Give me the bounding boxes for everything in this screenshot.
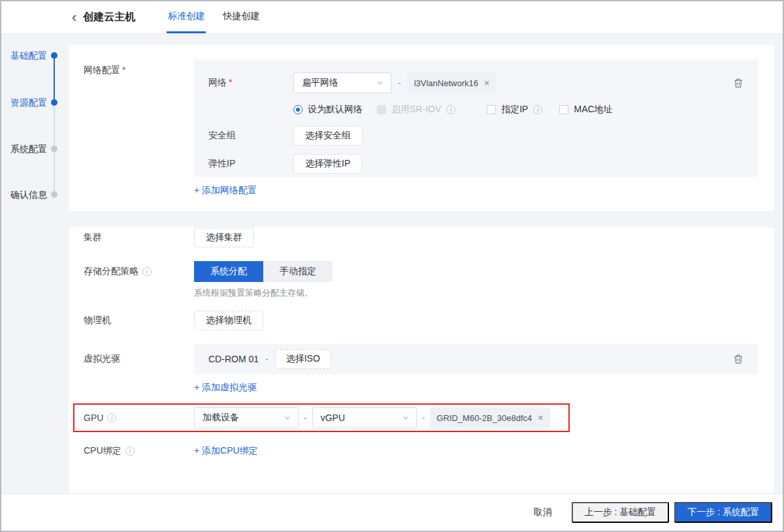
footer-bar: 取消 上一步 : 基础配置 下一步 : 系统配置 bbox=[1, 493, 783, 531]
default-network-label: 设为默认网络 bbox=[308, 104, 363, 116]
host-label-text: 物理机 bbox=[84, 315, 111, 326]
sriov-label: 启用SR-IOV bbox=[391, 104, 441, 116]
cpu-pin-row: CPU绑定 i + 添加CPU绑定 bbox=[69, 445, 774, 458]
cpu-pin-label-text: CPU绑定 bbox=[84, 445, 122, 457]
default-network-radio[interactable] bbox=[293, 105, 302, 114]
cpu-pin-label: CPU绑定 i bbox=[69, 445, 194, 457]
select-iso-button[interactable]: 选择ISO bbox=[275, 349, 331, 369]
network-type-select[interactable]: 扁平网络 bbox=[293, 72, 391, 93]
dash-separator: - bbox=[422, 413, 425, 423]
tab-standard-create[interactable]: 标准创建 bbox=[167, 1, 206, 33]
next-step-button[interactable]: 下一步 : 系统配置 bbox=[674, 502, 772, 523]
storage-policy-label-text: 存储分配策略 bbox=[84, 266, 139, 277]
network-label-text: 网络 bbox=[208, 77, 227, 87]
gpu-label: GPU i bbox=[74, 413, 194, 423]
mac-option: MAC地址 bbox=[559, 104, 612, 116]
gpu-type-value: vGPU bbox=[321, 413, 345, 423]
info-icon[interactable]: i bbox=[107, 413, 116, 422]
stepper-line-done bbox=[54, 59, 55, 99]
select-eip-button[interactable]: 选择弹性IP bbox=[293, 154, 362, 174]
select-security-group-button[interactable]: 选择安全组 bbox=[293, 126, 363, 146]
dash-separator: - bbox=[265, 354, 269, 364]
security-group-label: 安全组 bbox=[208, 130, 293, 142]
storage-policy-row: 存储分配策略 i 系统分配 手动指定 bbox=[69, 261, 774, 282]
prev-step-button[interactable]: 上一步 : 基础配置 bbox=[572, 502, 670, 523]
specify-ip-label: 指定IP bbox=[501, 104, 528, 116]
storage-auto-option[interactable]: 系统分配 bbox=[194, 261, 263, 282]
storage-policy-hint-row: 系统根据预置策略分配主存储。 bbox=[69, 287, 774, 299]
step-confirm-info[interactable]: 确认信息 bbox=[10, 188, 47, 201]
network-config-card: 网络配置* 网络* 扁平网络 - bbox=[69, 45, 774, 211]
step-resource-config[interactable]: 资源配置 bbox=[10, 96, 47, 109]
info-icon[interactable]: i bbox=[446, 105, 455, 114]
network-label: 网络* bbox=[208, 77, 293, 89]
storage-policy-label: 存储分配策略 i bbox=[69, 266, 194, 277]
dash-separator: - bbox=[304, 413, 307, 423]
network-tag: l3VlanNetwork16 × bbox=[408, 72, 496, 93]
cancel-button[interactable]: 取消 bbox=[534, 507, 552, 518]
network-options-row: 设为默认网络 启用SR-IOV i 指定IP i bbox=[293, 104, 743, 116]
trash-icon bbox=[733, 354, 743, 364]
gpu-mode-select[interactable]: 加载设备 bbox=[194, 407, 299, 428]
storage-manual-option[interactable]: 手动指定 bbox=[263, 261, 333, 282]
network-config-panel: 网络* 扁平网络 - l3VlanNetwork16 × bbox=[194, 59, 758, 177]
host-label: 物理机 bbox=[69, 315, 194, 326]
delete-cdrom-icon[interactable] bbox=[733, 354, 743, 364]
info-icon[interactable]: i bbox=[125, 446, 135, 456]
security-group-row: 安全组 选择安全组 bbox=[208, 126, 743, 146]
network-type-value: 扁平网络 bbox=[302, 77, 338, 89]
step-basic-config-dot bbox=[51, 52, 57, 59]
cluster-row: 集群 选择集群 bbox=[69, 227, 774, 248]
add-cdrom-link[interactable]: + 添加虚拟光驱 bbox=[194, 382, 257, 394]
network-tag-text: l3VlanNetwork16 bbox=[414, 78, 478, 88]
cluster-label: 集群 bbox=[69, 232, 194, 243]
gpu-type-select[interactable]: vGPU bbox=[312, 407, 417, 428]
gpu-label-text: GPU bbox=[84, 413, 103, 423]
step-confirm-info-dot bbox=[51, 191, 57, 198]
chevron-down-icon bbox=[402, 414, 410, 422]
required-mark: * bbox=[229, 77, 232, 87]
network-config-label: 网络配置 bbox=[84, 65, 120, 75]
network-config-label-col: 网络配置* bbox=[69, 45, 194, 211]
add-network-config-link[interactable]: + 添加网络配置 bbox=[194, 185, 257, 196]
eip-row: 弹性IP 选择弹性IP bbox=[208, 154, 743, 174]
delete-network-icon[interactable] bbox=[733, 78, 743, 88]
trash-icon bbox=[733, 78, 743, 88]
back-icon[interactable]: ‹ bbox=[72, 11, 76, 24]
info-icon[interactable]: i bbox=[142, 267, 152, 276]
page-header: ‹ 创建云主机 标准创建 快捷创建 bbox=[1, 1, 783, 34]
specify-ip-checkbox[interactable] bbox=[487, 105, 496, 114]
eip-label: 弹性IP bbox=[208, 158, 293, 170]
mac-checkbox[interactable] bbox=[559, 105, 568, 114]
info-icon[interactable]: i bbox=[533, 105, 542, 114]
cluster-label-text: 集群 bbox=[84, 232, 102, 243]
create-vm-page: ‹ 创建云主机 标准创建 快捷创建 基础配置 资源配置 系统配置 确认信息 网络… bbox=[0, 0, 784, 532]
cdrom-panel: CD-ROM 01 - 选择ISO bbox=[194, 344, 758, 374]
chevron-down-icon bbox=[376, 79, 384, 87]
step-resource-config-dot bbox=[51, 99, 57, 106]
gpu-device-tag-text: GRID_M60-2B_30e8dfc4 bbox=[436, 413, 532, 423]
page-title: 创建云主机 bbox=[83, 10, 135, 24]
mac-label: MAC地址 bbox=[574, 104, 612, 116]
tab-quick-create[interactable]: 快捷创建 bbox=[221, 1, 261, 33]
gpu-mode-value: 加载设备 bbox=[203, 412, 239, 424]
tag-close-icon[interactable]: × bbox=[538, 413, 543, 422]
sriov-option: 启用SR-IOV i bbox=[377, 104, 455, 116]
specify-ip-option: 指定IP i bbox=[487, 104, 542, 116]
step-system-config-dot bbox=[51, 146, 57, 152]
sriov-checkbox bbox=[377, 105, 386, 114]
select-host-button[interactable]: 选择物理机 bbox=[194, 311, 263, 330]
step-system-config[interactable]: 系统配置 bbox=[10, 142, 47, 155]
main-area: 基础配置 资源配置 系统配置 确认信息 网络配置* 网络* bbox=[1, 34, 783, 493]
storage-policy-hint: 系统根据预置策略分配主存储。 bbox=[194, 287, 313, 299]
create-mode-tabs: 标准创建 快捷创建 bbox=[167, 1, 261, 33]
add-cpu-pin-link[interactable]: + 添加CPU绑定 bbox=[194, 445, 258, 457]
add-cdrom-link-row: + 添加虚拟光驱 bbox=[69, 374, 774, 394]
cdrom-row: 虚拟光驱 CD-ROM 01 - 选择ISO bbox=[69, 344, 774, 374]
cdrom-device-name: CD-ROM 01 bbox=[208, 354, 259, 364]
dash-separator: - bbox=[398, 78, 401, 88]
step-basic-config[interactable]: 基础配置 bbox=[10, 49, 47, 62]
default-network-option: 设为默认网络 bbox=[293, 104, 363, 116]
tag-close-icon[interactable]: × bbox=[484, 78, 489, 87]
select-cluster-button[interactable]: 选择集群 bbox=[194, 228, 254, 247]
